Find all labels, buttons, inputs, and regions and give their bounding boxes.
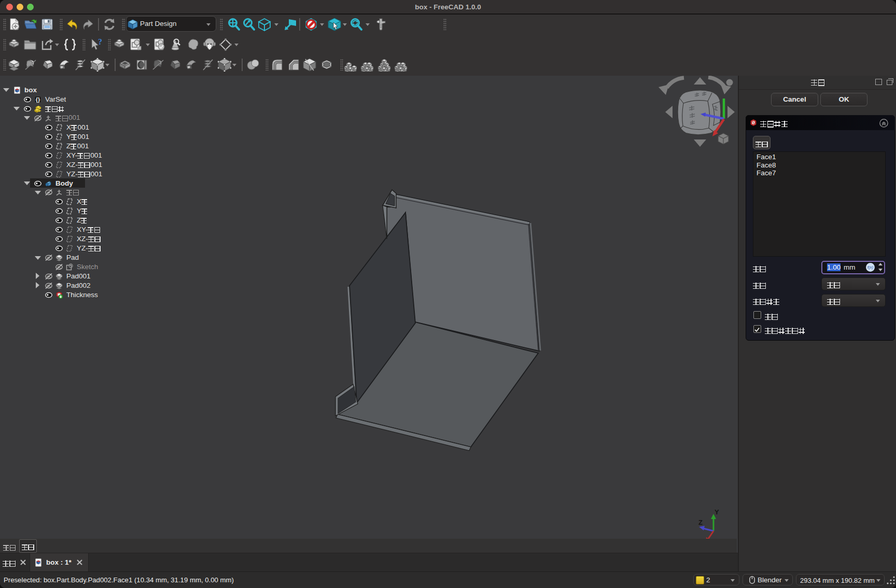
svg-text:Z: Z bbox=[698, 519, 703, 526]
svg-text:?: ? bbox=[98, 38, 102, 46]
svg-text:{}: {} bbox=[36, 96, 40, 103]
svg-text:Y: Y bbox=[715, 508, 719, 516]
